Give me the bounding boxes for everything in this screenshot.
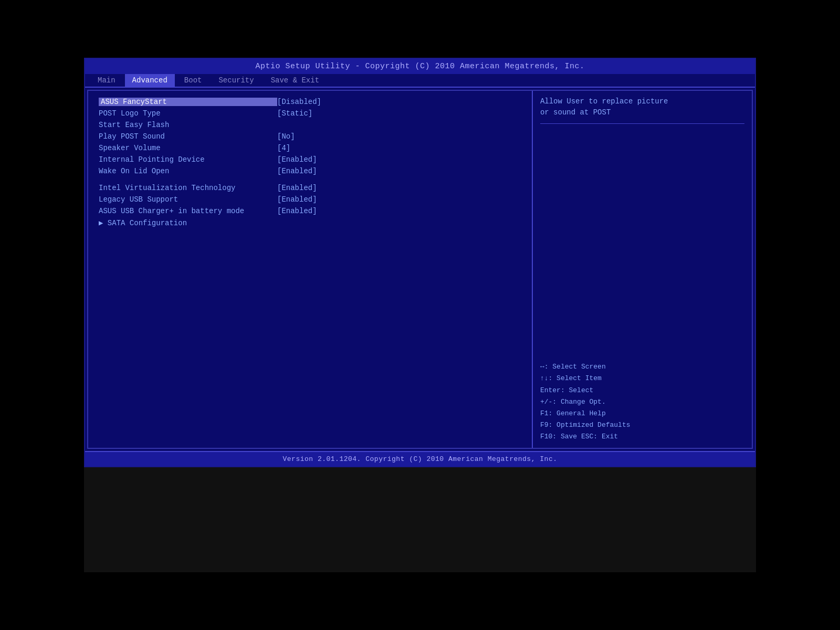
tab-save-exit[interactable]: Save & Exit (264, 74, 327, 87)
setting-row[interactable]: POST Logo Type[Static] (99, 108, 521, 119)
keyboard-hints: ↔: Select Screen↑↓: Select ItemEnter: Se… (540, 361, 744, 443)
bottom-bezel (84, 467, 756, 572)
hint-line-2: Enter: Select (540, 385, 744, 396)
setting-value: [4] (277, 144, 290, 152)
setting-row[interactable]: Internal Pointing Device[Enabled] (99, 154, 521, 165)
setting-spacer-7 (99, 177, 521, 182)
setting-value: [Enabled] (277, 167, 317, 175)
help-text: Allow User to replace picture or sound a… (540, 96, 744, 118)
setting-row[interactable]: Speaker Volume[4] (99, 142, 521, 154)
setting-name: ASUS FancyStart (99, 98, 277, 106)
tab-advanced[interactable]: Advanced (125, 74, 175, 87)
setting-name: Start Easy Flash (99, 121, 277, 129)
setting-name: Play POST Sound (99, 132, 277, 141)
setting-row[interactable]: ASUS FancyStart[Disabled] (99, 96, 521, 108)
nav-tabs: Main Advanced Boot Security Save & Exit (85, 74, 755, 88)
setting-row[interactable]: Legacy USB Support[Enabled] (99, 194, 521, 205)
setting-name: Internal Pointing Device (99, 155, 277, 164)
footer: Version 2.01.1204. Copyright (C) 2010 Am… (85, 451, 755, 466)
hint-line-6: F10: Save ESC: Exit (540, 431, 744, 443)
setting-value: [Enabled] (277, 207, 317, 215)
settings-panel: ASUS FancyStart[Disabled]POST Logo Type[… (88, 91, 533, 448)
bios-screen: Aptio Setup Utility - Copyright (C) 2010… (84, 58, 756, 467)
content-area: ASUS FancyStart[Disabled]POST Logo Type[… (87, 90, 753, 449)
setting-value: [Enabled] (277, 195, 317, 204)
hint-line-5: F9: Optimized Defaults (540, 419, 744, 431)
tab-main[interactable]: Main (90, 74, 123, 87)
hint-line-3: +/-: Change Opt. (540, 396, 744, 408)
help-panel: Allow User to replace picture or sound a… (533, 91, 752, 448)
setting-value: [Enabled] (277, 155, 317, 164)
setting-value: [No] (277, 132, 295, 141)
help-divider (540, 123, 744, 124)
help-line1: Allow User to replace picture (540, 97, 668, 106)
title-text: Aptio Setup Utility - Copyright (C) 2010… (255, 62, 584, 71)
setting-name: ▶ SATA Configuration (99, 218, 277, 227)
setting-row[interactable]: Intel Virtualization Technology[Enabled] (99, 182, 521, 194)
tab-boot[interactable]: Boot (177, 74, 209, 87)
hint-line-4: F1: General Help (540, 408, 744, 419)
setting-row[interactable]: Play POST Sound[No] (99, 131, 521, 142)
tab-security[interactable]: Security (211, 74, 261, 87)
setting-row[interactable]: Wake On Lid Open[Enabled] (99, 165, 521, 177)
setting-value: [Static] (277, 109, 312, 118)
setting-row[interactable]: ASUS USB Charger+ in battery mode[Enable… (99, 205, 521, 217)
help-line2: or sound at POST (540, 108, 611, 117)
setting-row[interactable]: ▶ SATA Configuration (99, 217, 521, 229)
setting-name: Legacy USB Support (99, 195, 277, 204)
setting-name: POST Logo Type (99, 109, 277, 118)
setting-value: [Enabled] (277, 184, 317, 192)
setting-name: ASUS USB Charger+ in battery mode (99, 207, 277, 215)
setting-name: Intel Virtualization Technology (99, 184, 277, 192)
title-bar: Aptio Setup Utility - Copyright (C) 2010… (85, 59, 755, 74)
setting-value: [Disabled] (277, 98, 321, 106)
hint-line-1: ↑↓: Select Item (540, 373, 744, 384)
setting-name: Speaker Volume (99, 144, 277, 152)
footer-text: Version 2.01.1204. Copyright (C) 2010 Am… (283, 455, 558, 463)
setting-name: Wake On Lid Open (99, 167, 277, 175)
setting-row[interactable]: Start Easy Flash (99, 119, 521, 131)
hint-line-0: ↔: Select Screen (540, 361, 744, 373)
